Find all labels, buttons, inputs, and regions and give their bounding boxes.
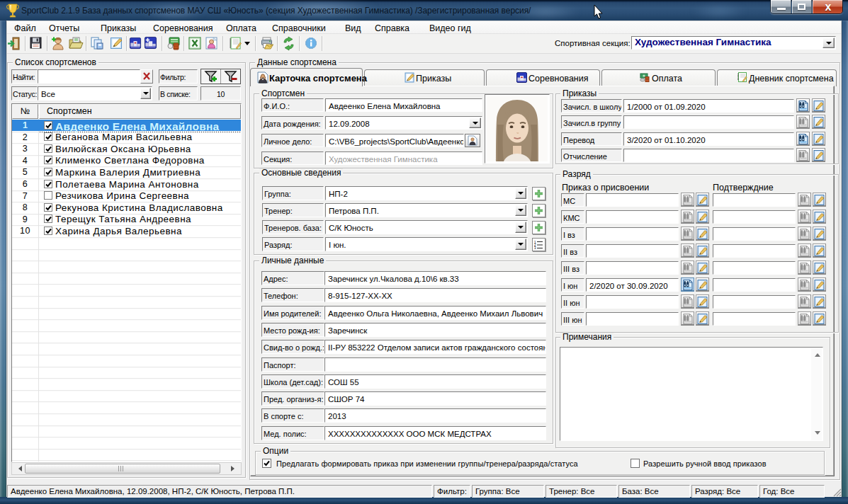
svg-text:3: 3 bbox=[534, 246, 536, 250]
